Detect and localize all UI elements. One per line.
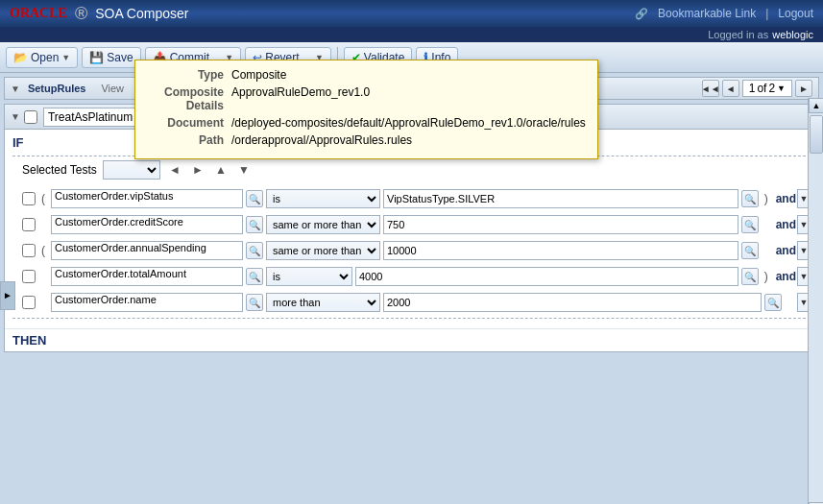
cond-field-1: CustomerOrder.vipStatus	[51, 189, 243, 208]
cond-search-3[interactable]: 🔍	[246, 242, 263, 259]
selected-tests-label: Selected Tests	[22, 163, 97, 177]
save-button[interactable]: 💾 Save	[82, 47, 140, 68]
conditions-area: ( CustomerOrder.vipStatus 🔍 is is not sa…	[12, 187, 811, 314]
selected-tests-select[interactable]	[103, 160, 160, 180]
next-button[interactable]: ►	[795, 80, 812, 97]
cond-value-search-5[interactable]: 🔍	[764, 294, 782, 311]
tooltip-composite-label: CompositeDetails	[147, 85, 224, 112]
logout-link[interactable]: Logout	[778, 7, 813, 20]
save-icon: 💾	[89, 51, 104, 64]
tests-move-down[interactable]: ▼	[235, 161, 253, 179]
cond-value-3[interactable]	[383, 241, 738, 260]
logo-separator: ®	[75, 4, 87, 24]
rule-checkbox[interactable]	[24, 110, 37, 124]
page-indicator: 1 of 2 ▼	[742, 80, 792, 97]
if-section: IF Selected Tests ◄ ► ▲ ▼ ( Customer	[5, 130, 818, 328]
username: weblogic	[772, 29, 813, 40]
prev-button[interactable]: ◄	[722, 80, 739, 97]
cond-value-5[interactable]	[383, 293, 762, 312]
header-links: 🔗 Bookmarkable Link | Logout	[635, 7, 813, 20]
cond-search-2[interactable]: 🔍	[246, 216, 263, 233]
save-label: Save	[107, 51, 133, 64]
cond-field-2: CustomerOrder.creditScore	[51, 215, 243, 234]
cond-operator-5[interactable]: is more than same or more than	[266, 293, 380, 312]
cond-operator-4[interactable]: is is not more than	[266, 267, 352, 286]
cond-and-dropdown-1: and ▼	[774, 189, 811, 208]
open-dropdown-arrow: ▼	[61, 53, 70, 62]
oracle-logo: ORACLE	[10, 6, 67, 21]
cond-paren-close-5	[785, 296, 794, 309]
header-main-bar: ORACLE ® SOA Composer 🔗 Bookmarkable Lin…	[0, 0, 823, 27]
scroll-up-button[interactable]: ▲	[809, 98, 823, 113]
tests-move-up[interactable]: ▲	[212, 161, 230, 179]
cond-value-search-3[interactable]: 🔍	[741, 242, 759, 259]
tooltip-composite-row: CompositeDetails ApprovalRuleDemo_rev1.0	[147, 85, 586, 112]
cond-operator-2[interactable]: is same or more than more than	[266, 215, 380, 234]
setup-rules-label: SetupRules	[28, 83, 86, 94]
open-button[interactable]: 📂 Open ▼	[6, 47, 78, 68]
cond-search-1[interactable]: 🔍	[246, 190, 263, 207]
open-label: Open	[31, 51, 59, 64]
cond-field-5: CustomerOrder.name	[51, 293, 243, 312]
cond-paren-close-1: )	[762, 192, 771, 205]
folder-icon: 📂	[13, 51, 28, 64]
expand-icon[interactable]: ▼	[11, 84, 20, 94]
cond-field-4: CustomerOrder.totalAmount	[51, 267, 243, 286]
cond-value-4[interactable]	[355, 267, 738, 286]
tooltip-type-value: Composite	[231, 68, 286, 82]
cond-value-search-2[interactable]: 🔍	[741, 216, 759, 233]
cond-paren-open-3: (	[38, 244, 48, 257]
cond-value-search-1[interactable]: 🔍	[741, 190, 759, 207]
link-icon: 🔗	[635, 8, 648, 20]
cond-operator-1[interactable]: is is not same or more than more than	[266, 189, 380, 208]
cond-and-dropdown-4: and ▼	[774, 267, 811, 286]
cond-checkbox-5[interactable]	[22, 296, 36, 309]
cond-value-2[interactable]	[383, 215, 738, 234]
bookmarkable-link[interactable]: Bookmarkable Link	[658, 7, 756, 20]
rule-expand-icon[interactable]: ▼	[11, 111, 20, 122]
cond-and-4: and	[776, 270, 796, 283]
app-title: SOA Composer	[95, 6, 188, 21]
tooltip-type-row: Type Composite	[147, 68, 586, 82]
cond-search-5[interactable]: 🔍	[246, 294, 263, 311]
scroll-thumb[interactable]	[810, 115, 823, 154]
cond-value-search-4[interactable]: 🔍	[741, 268, 759, 285]
cond-paren-close-3	[762, 244, 771, 257]
cond-checkbox-3[interactable]	[22, 244, 36, 257]
tooltip-popup: Type Composite CompositeDetails Approval…	[134, 60, 598, 159]
cond-checkbox-4[interactable]	[22, 270, 36, 283]
tooltip-path-value: /orderapproval/ApprovalRules.rules	[231, 133, 412, 147]
vertical-scrollbar: ▲ ▼	[808, 98, 823, 504]
tooltip-document-row: Document /deployed-composites/default/Ap…	[147, 116, 586, 130]
if-bottom-divider	[12, 318, 811, 319]
cond-checkbox-1[interactable]	[22, 192, 36, 205]
tooltip-document-value: /deployed-composites/default/ApprovalRul…	[231, 116, 586, 130]
selected-tests-bar: Selected Tests ◄ ► ▲ ▼	[12, 160, 811, 180]
page-of: of	[757, 82, 766, 95]
cond-paren-open-4	[38, 270, 48, 283]
scroll-track	[809, 113, 823, 502]
cond-value-1[interactable]	[383, 189, 738, 208]
side-expand-tab[interactable]: ►	[0, 281, 15, 310]
cond-paren-open-2	[38, 218, 48, 231]
cond-paren-open-5	[38, 296, 48, 309]
cond-checkbox-2[interactable]	[22, 218, 36, 231]
page-current: 1	[749, 82, 756, 95]
tests-nav-next[interactable]: ►	[189, 161, 206, 179]
then-label: THEN	[12, 333, 811, 348]
then-section: THEN	[5, 328, 818, 351]
prev-page-button[interactable]: ◄◄	[702, 80, 719, 97]
pagination-area: ◄◄ ◄ 1 of 2 ▼ ►	[702, 80, 812, 97]
cond-and-dropdown-2: and ▼	[774, 215, 811, 234]
cond-search-4[interactable]: 🔍	[246, 268, 263, 285]
tests-nav-prev[interactable]: ◄	[166, 161, 183, 179]
cond-and-1: and	[776, 192, 796, 205]
cond-operator-3[interactable]: is same or more than more than	[266, 241, 380, 260]
condition-row: CustomerOrder.totalAmount 🔍 is is not mo…	[22, 265, 811, 288]
view-label: View	[101, 83, 124, 94]
header-sub-bar: Logged in as weblogic	[0, 27, 823, 42]
cond-paren-close-2	[762, 218, 771, 231]
app-header: ORACLE ® SOA Composer 🔗 Bookmarkable Lin…	[0, 0, 823, 42]
page-total: 2	[768, 82, 775, 95]
tooltip-path-row: Path /orderapproval/ApprovalRules.rules	[147, 133, 586, 147]
